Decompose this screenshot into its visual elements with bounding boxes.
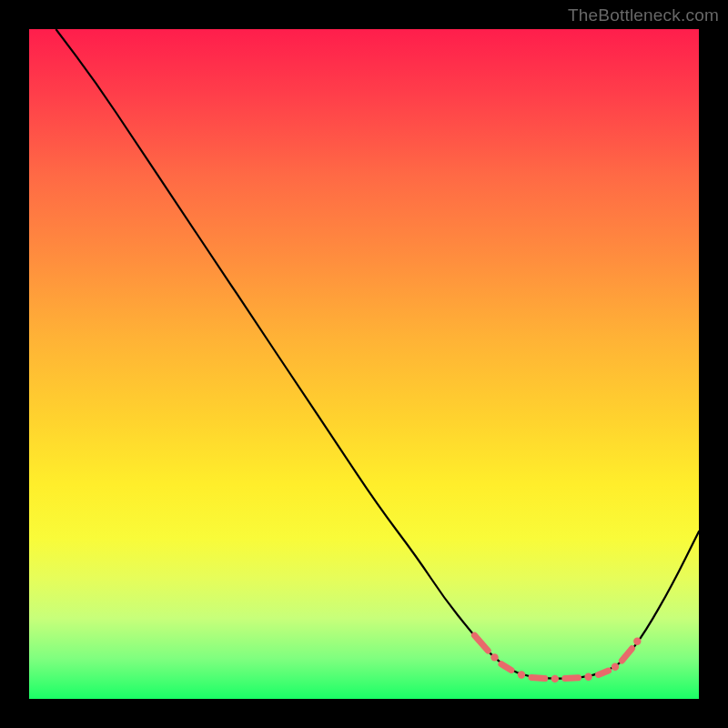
marker-dash bbox=[622, 649, 632, 661]
marker-dot bbox=[551, 675, 559, 682]
chart-frame: TheBottleneck.com bbox=[0, 0, 728, 728]
marker-dash bbox=[531, 677, 545, 678]
marker-dash bbox=[474, 635, 488, 651]
marker-dot bbox=[612, 663, 619, 671]
marker-dash bbox=[501, 664, 511, 671]
watermark-text: TheBottleneck.com bbox=[568, 5, 719, 25]
marker-dot bbox=[633, 638, 641, 645]
marker-dash bbox=[599, 671, 609, 674]
marker-dot bbox=[518, 671, 525, 678]
marker-dot bbox=[584, 673, 592, 681]
plot-svg bbox=[29, 29, 699, 699]
marker-dot bbox=[490, 653, 498, 661]
marker-dash bbox=[565, 678, 579, 679]
plot-area bbox=[29, 29, 699, 699]
bottleneck-curve-line bbox=[56, 29, 699, 679]
optimal-range-markers bbox=[474, 635, 641, 682]
